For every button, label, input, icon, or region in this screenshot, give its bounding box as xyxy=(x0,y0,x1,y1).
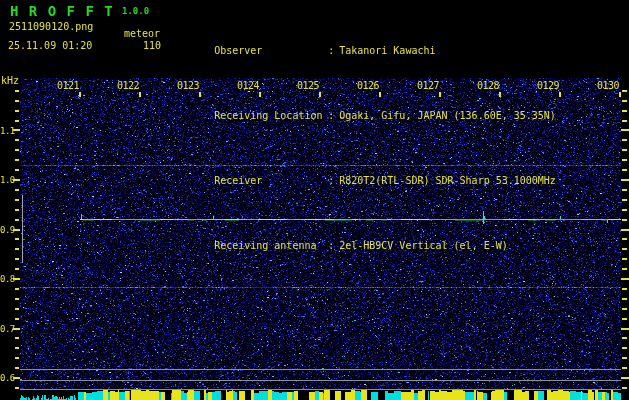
colon-separator: : xyxy=(328,109,334,122)
info-value: Ogaki, Gifu, JAPAN (136.60E, 35.35N) xyxy=(339,109,556,122)
x-tick-label-0125: 0125 xyxy=(294,80,319,92)
info-label: Receiving antenna xyxy=(214,239,328,252)
info-row-antenna: Receiving antenna:2el-HB9CV Vertical (el… xyxy=(178,226,556,265)
y-tick-label-1.1: 1.1 xyxy=(0,125,14,137)
info-label: Observer xyxy=(214,44,328,57)
y-tick-label-1.0: 1.0 xyxy=(0,174,14,186)
info-value: Takanori Kawachi xyxy=(339,44,435,57)
y-tick-label-0.7: 0.7 xyxy=(0,323,14,335)
info-value: R820T2(RTL-SDR) SDR-Sharp 53.1000MHz xyxy=(339,174,556,187)
colon-separator: : xyxy=(328,239,334,252)
x-tick-label-0123: 0123 xyxy=(174,80,199,92)
x-tick-label-0129: 0129 xyxy=(534,80,559,92)
info-row-location: Receiving Location:Ogaki, Gifu, JAPAN (1… xyxy=(178,96,556,135)
y-tick-label-0.6: 0.6 xyxy=(0,372,14,384)
y-tick-label-0.8: 0.8 xyxy=(0,273,14,285)
y-tick-label-0.9: 0.9 xyxy=(0,224,14,236)
x-tick-label-0126: 0126 xyxy=(354,80,379,92)
info-row-receiver: Receiver:R820T2(RTL-SDR) SDR-Sharp 53.10… xyxy=(178,161,556,200)
x-tick-label-0121: 0121 xyxy=(54,80,79,92)
echo-count: 110 xyxy=(143,40,161,52)
x-tick-label-0127: 0127 xyxy=(414,80,439,92)
info-label: Receiver xyxy=(214,174,328,187)
hrofft-window: H R O F F T 1.0.0 2511090120.png meteor … xyxy=(0,0,629,400)
app-version: 1.0.0 xyxy=(122,6,149,16)
datetime-label: 25.11.09 01:20 xyxy=(8,40,92,52)
x-tick-label-0122: 0122 xyxy=(114,80,139,92)
station-info: Observer:Takanori Kawachi Receiving Loca… xyxy=(178,5,556,291)
info-label: Receiving Location xyxy=(214,109,328,122)
x-tick-label-0124: 0124 xyxy=(234,80,259,92)
x-tick-label-0128: 0128 xyxy=(474,80,499,92)
app-title: H R O F F T xyxy=(10,3,114,19)
x-tick-label-0130: 0130 xyxy=(594,80,619,92)
colon-separator: : xyxy=(328,44,334,57)
output-filename: 2511090120.png xyxy=(9,21,93,33)
info-row-observer: Observer:Takanori Kawachi xyxy=(178,31,556,70)
colon-separator: : xyxy=(328,174,334,187)
info-value: 2el-HB9CV Vertical (el. E-W) xyxy=(339,239,508,252)
mode-label: meteor xyxy=(124,28,160,40)
y-axis-unit: kHz xyxy=(1,75,19,87)
